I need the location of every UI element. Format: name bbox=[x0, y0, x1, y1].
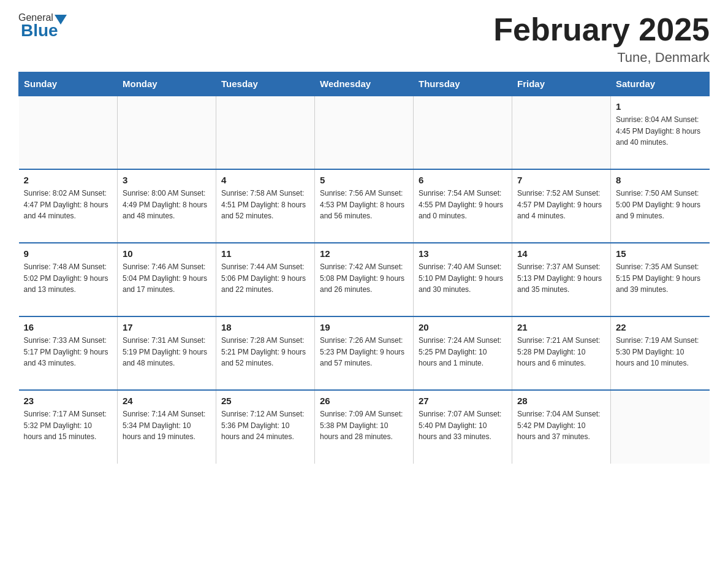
day-number: 8 bbox=[616, 175, 705, 185]
day-cell: 10Sunrise: 7:46 AM Sunset: 5:04 PM Dayli… bbox=[118, 243, 216, 316]
day-number: 25 bbox=[221, 396, 309, 406]
weekday-header-saturday: Saturday bbox=[611, 72, 710, 96]
day-number: 22 bbox=[616, 322, 705, 332]
day-number: 15 bbox=[616, 248, 705, 259]
day-cell: 15Sunrise: 7:35 AM Sunset: 5:15 PM Dayli… bbox=[611, 243, 710, 316]
weekday-header-monday: Monday bbox=[118, 72, 216, 96]
day-number: 21 bbox=[517, 322, 605, 332]
day-info: Sunrise: 7:58 AM Sunset: 4:51 PM Dayligh… bbox=[221, 188, 309, 222]
day-info: Sunrise: 7:14 AM Sunset: 5:34 PM Dayligh… bbox=[123, 408, 211, 443]
day-info: Sunrise: 7:04 AM Sunset: 5:42 PM Dayligh… bbox=[517, 408, 605, 443]
day-cell: 16Sunrise: 7:33 AM Sunset: 5:17 PM Dayli… bbox=[19, 316, 118, 390]
day-cell: 6Sunrise: 7:54 AM Sunset: 4:55 PM Daylig… bbox=[414, 169, 512, 243]
day-info: Sunrise: 7:35 AM Sunset: 5:15 PM Dayligh… bbox=[616, 261, 705, 296]
day-number: 1 bbox=[616, 101, 705, 112]
day-cell: 9Sunrise: 7:48 AM Sunset: 5:02 PM Daylig… bbox=[19, 243, 118, 316]
day-info: Sunrise: 7:09 AM Sunset: 5:38 PM Dayligh… bbox=[320, 408, 408, 443]
weekday-header-wednesday: Wednesday bbox=[315, 72, 414, 96]
day-cell: 8Sunrise: 7:50 AM Sunset: 5:00 PM Daylig… bbox=[611, 169, 710, 243]
weekday-header-thursday: Thursday bbox=[414, 72, 512, 96]
day-info: Sunrise: 7:28 AM Sunset: 5:21 PM Dayligh… bbox=[221, 335, 309, 369]
day-info: Sunrise: 7:42 AM Sunset: 5:08 PM Dayligh… bbox=[320, 261, 408, 296]
day-number: 23 bbox=[24, 396, 113, 406]
day-cell: 1Sunrise: 8:04 AM Sunset: 4:45 PM Daylig… bbox=[611, 96, 710, 169]
day-number: 9 bbox=[24, 248, 113, 259]
day-number: 24 bbox=[123, 396, 211, 406]
day-cell: 12Sunrise: 7:42 AM Sunset: 5:08 PM Dayli… bbox=[315, 243, 414, 316]
day-number: 10 bbox=[123, 248, 211, 259]
day-number: 27 bbox=[419, 396, 507, 406]
day-info: Sunrise: 7:21 AM Sunset: 5:28 PM Dayligh… bbox=[517, 335, 605, 369]
day-cell: 14Sunrise: 7:37 AM Sunset: 5:13 PM Dayli… bbox=[512, 243, 611, 316]
day-info: Sunrise: 7:50 AM Sunset: 5:00 PM Dayligh… bbox=[616, 188, 705, 222]
day-cell: 25Sunrise: 7:12 AM Sunset: 5:36 PM Dayli… bbox=[216, 390, 315, 464]
day-cell bbox=[512, 96, 611, 169]
day-cell: 27Sunrise: 7:07 AM Sunset: 5:40 PM Dayli… bbox=[414, 390, 512, 464]
day-info: Sunrise: 7:24 AM Sunset: 5:25 PM Dayligh… bbox=[419, 335, 507, 369]
day-cell: 28Sunrise: 7:04 AM Sunset: 5:42 PM Dayli… bbox=[512, 390, 611, 464]
day-cell bbox=[414, 96, 512, 169]
weekday-header-friday: Friday bbox=[512, 72, 611, 96]
day-info: Sunrise: 7:40 AM Sunset: 5:10 PM Dayligh… bbox=[419, 261, 507, 296]
day-number: 6 bbox=[419, 175, 507, 185]
day-number: 4 bbox=[221, 175, 309, 185]
day-number: 7 bbox=[517, 175, 605, 185]
day-info: Sunrise: 7:12 AM Sunset: 5:36 PM Dayligh… bbox=[221, 408, 309, 443]
day-cell: 13Sunrise: 7:40 AM Sunset: 5:10 PM Dayli… bbox=[414, 243, 512, 316]
day-number: 28 bbox=[517, 396, 605, 406]
month-title: February 2025 bbox=[493, 12, 710, 47]
title-block: February 2025 Tune, Denmark bbox=[493, 12, 710, 66]
week-row-3: 9Sunrise: 7:48 AM Sunset: 5:02 PM Daylig… bbox=[19, 243, 710, 316]
day-cell bbox=[118, 96, 216, 169]
weekday-header-tuesday: Tuesday bbox=[216, 72, 315, 96]
day-info: Sunrise: 7:56 AM Sunset: 4:53 PM Dayligh… bbox=[320, 188, 408, 222]
day-cell bbox=[19, 96, 118, 169]
day-number: 16 bbox=[24, 322, 113, 332]
location: Tune, Denmark bbox=[493, 50, 710, 66]
week-row-2: 2Sunrise: 8:02 AM Sunset: 4:47 PM Daylig… bbox=[19, 169, 710, 243]
day-cell: 11Sunrise: 7:44 AM Sunset: 5:06 PM Dayli… bbox=[216, 243, 315, 316]
day-cell: 20Sunrise: 7:24 AM Sunset: 5:25 PM Dayli… bbox=[414, 316, 512, 390]
day-info: Sunrise: 7:33 AM Sunset: 5:17 PM Dayligh… bbox=[24, 335, 113, 369]
day-number: 3 bbox=[123, 175, 211, 185]
day-number: 19 bbox=[320, 322, 408, 332]
day-info: Sunrise: 7:17 AM Sunset: 5:32 PM Dayligh… bbox=[24, 408, 113, 443]
day-info: Sunrise: 7:48 AM Sunset: 5:02 PM Dayligh… bbox=[24, 261, 113, 296]
day-info: Sunrise: 7:26 AM Sunset: 5:23 PM Dayligh… bbox=[320, 335, 408, 369]
day-cell: 17Sunrise: 7:31 AM Sunset: 5:19 PM Dayli… bbox=[118, 316, 216, 390]
day-number: 20 bbox=[419, 322, 507, 332]
day-info: Sunrise: 7:52 AM Sunset: 4:57 PM Dayligh… bbox=[517, 188, 605, 222]
day-cell bbox=[216, 96, 315, 169]
day-number: 18 bbox=[221, 322, 309, 332]
day-cell bbox=[611, 390, 710, 464]
day-info: Sunrise: 7:31 AM Sunset: 5:19 PM Dayligh… bbox=[123, 335, 211, 369]
day-cell bbox=[315, 96, 414, 169]
day-cell: 22Sunrise: 7:19 AM Sunset: 5:30 PM Dayli… bbox=[611, 316, 710, 390]
day-number: 26 bbox=[320, 396, 408, 406]
day-info: Sunrise: 7:19 AM Sunset: 5:30 PM Dayligh… bbox=[616, 335, 705, 369]
page-header: General Blue February 2025 Tune, Denmark bbox=[18, 12, 710, 66]
day-info: Sunrise: 8:04 AM Sunset: 4:45 PM Dayligh… bbox=[616, 114, 705, 148]
day-number: 5 bbox=[320, 175, 408, 185]
day-cell: 19Sunrise: 7:26 AM Sunset: 5:23 PM Dayli… bbox=[315, 316, 414, 390]
day-cell: 24Sunrise: 7:14 AM Sunset: 5:34 PM Dayli… bbox=[118, 390, 216, 464]
day-info: Sunrise: 8:02 AM Sunset: 4:47 PM Dayligh… bbox=[24, 188, 113, 222]
day-info: Sunrise: 7:07 AM Sunset: 5:40 PM Dayligh… bbox=[419, 408, 507, 443]
day-number: 13 bbox=[419, 248, 507, 259]
logo-blue-text: Blue bbox=[21, 21, 58, 40]
logo: General Blue bbox=[18, 12, 67, 40]
day-cell: 3Sunrise: 8:00 AM Sunset: 4:49 PM Daylig… bbox=[118, 169, 216, 243]
day-cell: 5Sunrise: 7:56 AM Sunset: 4:53 PM Daylig… bbox=[315, 169, 414, 243]
week-row-4: 16Sunrise: 7:33 AM Sunset: 5:17 PM Dayli… bbox=[19, 316, 710, 390]
weekday-header-sunday: Sunday bbox=[19, 72, 118, 96]
day-info: Sunrise: 7:44 AM Sunset: 5:06 PM Dayligh… bbox=[221, 261, 309, 296]
calendar-table: SundayMondayTuesdayWednesdayThursdayFrid… bbox=[18, 72, 710, 464]
day-info: Sunrise: 7:46 AM Sunset: 5:04 PM Dayligh… bbox=[123, 261, 211, 296]
day-cell: 7Sunrise: 7:52 AM Sunset: 4:57 PM Daylig… bbox=[512, 169, 611, 243]
day-number: 17 bbox=[123, 322, 211, 332]
day-cell: 4Sunrise: 7:58 AM Sunset: 4:51 PM Daylig… bbox=[216, 169, 315, 243]
day-info: Sunrise: 7:54 AM Sunset: 4:55 PM Dayligh… bbox=[419, 188, 507, 222]
day-cell: 26Sunrise: 7:09 AM Sunset: 5:38 PM Dayli… bbox=[315, 390, 414, 464]
day-cell: 23Sunrise: 7:17 AM Sunset: 5:32 PM Dayli… bbox=[19, 390, 118, 464]
week-row-1: 1Sunrise: 8:04 AM Sunset: 4:45 PM Daylig… bbox=[19, 96, 710, 169]
